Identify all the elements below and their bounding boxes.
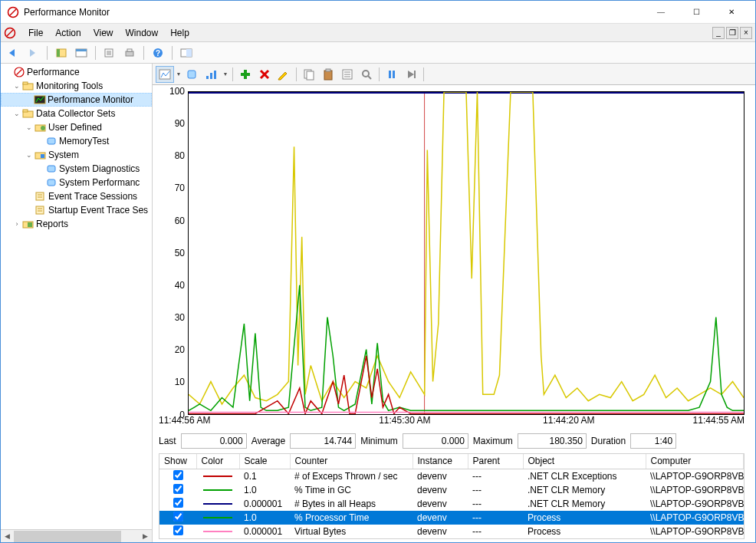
show-checkbox[interactable] [173, 512, 183, 522]
reports-icon [22, 218, 35, 230]
th-computer[interactable]: Computer [646, 454, 744, 469]
svg-text:?: ? [156, 49, 160, 58]
collapse-icon[interactable]: ⌄ [24, 123, 35, 131]
freeze-button[interactable] [383, 66, 401, 83]
tree-monitoring-tools[interactable]: ⌄ Monitoring Tools [1, 79, 152, 93]
tree-horizontal-scrollbar[interactable]: ◀ ▶ [1, 529, 152, 542]
svg-line-1 [10, 9, 16, 15]
stat-duration-label: Duration [591, 436, 626, 446]
scroll-left-icon[interactable]: ◀ [1, 530, 14, 543]
forward-button[interactable] [24, 44, 42, 61]
cell-instance: devenv [413, 497, 468, 511]
view-log-button[interactable] [183, 66, 202, 83]
y-tick-label: 90 [175, 118, 185, 129]
tree-label: Data Collector Sets [36, 108, 115, 119]
tree-memory-test[interactable]: MemoryTest [1, 134, 152, 148]
cell-computer: \\LAPTOP-G9ORP8VB [646, 469, 744, 484]
properties-chart-button[interactable] [338, 66, 357, 83]
navigation-tree-pane: Performance ⌄ Monitoring Tools Performan… [1, 64, 153, 542]
svg-rect-39 [28, 222, 32, 227]
properties-button[interactable] [72, 44, 90, 61]
print-button[interactable] [120, 44, 139, 61]
table-row[interactable]: 0.1# of Exceps Thrown / secdevenv---.NET… [159, 469, 744, 484]
menu-help[interactable]: Help [164, 26, 196, 40]
highlight-button[interactable] [274, 66, 293, 83]
menu-window[interactable]: Window [120, 26, 165, 40]
tree-reports[interactable]: › Reports [1, 217, 152, 231]
y-tick-label: 60 [175, 216, 185, 226]
menu-view[interactable]: View [87, 26, 120, 40]
show-checkbox[interactable] [173, 484, 183, 494]
update-button[interactable] [402, 66, 420, 83]
scroll-right-icon[interactable]: ▶ [139, 530, 152, 543]
svg-rect-32 [36, 193, 44, 200]
tree-event-trace-sessions[interactable]: Event Trace Sessions [1, 189, 152, 203]
th-scale[interactable]: Scale [239, 454, 290, 469]
table-row[interactable]: 1.0% Time in GCdevenv---.NET CLR Memory\… [159, 483, 744, 497]
tree-user-defined[interactable]: ⌄ User Defined [1, 120, 152, 134]
show-checkbox[interactable] [173, 525, 183, 535]
mdi-close-button[interactable]: × [740, 27, 752, 39]
cell-computer: \\LAPTOP-G9ORP8VB [646, 511, 744, 525]
delete-counter-button[interactable] [255, 66, 274, 83]
stat-last-value: 0.000 [181, 433, 247, 449]
svg-rect-21 [23, 82, 28, 84]
tree-system-performance[interactable]: System Performanc [1, 176, 152, 189]
table-row[interactable]: 0.000001# Bytes in all Heapsdevenv---.NE… [159, 497, 744, 511]
mdi-minimize-button[interactable]: _ [712, 27, 725, 39]
export-button[interactable] [100, 44, 119, 61]
view-current-button[interactable] [156, 66, 174, 83]
monitor-icon [34, 94, 46, 106]
svg-rect-61 [414, 71, 416, 78]
change-graph-type-button[interactable] [202, 66, 221, 83]
show-checkbox[interactable] [173, 470, 183, 480]
expand-icon[interactable]: › [12, 220, 22, 228]
scrollbar-thumb[interactable] [14, 531, 121, 542]
tree-data-collector-sets[interactable]: ⌄ Data Collector Sets [1, 107, 152, 120]
copy-button[interactable] [300, 66, 318, 83]
collapse-icon[interactable]: ⌄ [24, 151, 35, 159]
back-button[interactable] [4, 44, 22, 61]
maximize-button[interactable]: ☐ [679, 1, 714, 24]
y-tick-label: 20 [175, 344, 185, 355]
dropdown-icon[interactable]: ▼ [175, 66, 182, 83]
paste-button[interactable] [319, 66, 337, 83]
svg-rect-43 [210, 73, 212, 79]
zoom-button[interactable] [357, 66, 376, 83]
tree-system[interactable]: ⌄ System [1, 148, 152, 162]
performance-chart[interactable] [188, 91, 744, 415]
th-show[interactable]: Show [159, 454, 196, 469]
table-row[interactable]: 0.000001Virtual Bytesdevenv---Process\\L… [159, 525, 744, 538]
table-row[interactable]: 1.0% Processor Timedevenv---Process\\LAP… [159, 511, 744, 525]
view-split-button[interactable] [177, 44, 196, 61]
collapse-icon[interactable]: ⌄ [12, 82, 22, 90]
th-parent[interactable]: Parent [468, 454, 523, 469]
y-tick-label: 80 [175, 150, 185, 161]
menu-action[interactable]: Action [49, 26, 87, 40]
minimize-button[interactable]: — [643, 1, 679, 24]
th-color[interactable]: Color [196, 454, 239, 469]
help-button[interactable]: ? [149, 44, 167, 61]
dropdown-icon[interactable]: ▼ [222, 66, 229, 83]
svg-rect-13 [127, 49, 132, 51]
svg-rect-60 [393, 71, 395, 78]
menu-file[interactable]: File [22, 26, 49, 40]
cell-object: .NET CLR Memory [523, 483, 646, 497]
tree-label: Startup Event Trace Ses [48, 205, 148, 216]
show-checkbox[interactable] [173, 498, 183, 508]
show-hide-tree-button[interactable] [52, 44, 71, 61]
tree-system-diagnostics[interactable]: System Diagnostics [1, 162, 152, 176]
collapse-icon[interactable]: ⌄ [12, 110, 22, 117]
th-counter[interactable]: Counter [290, 454, 413, 469]
svg-rect-17 [186, 49, 192, 57]
add-counter-button[interactable] [236, 66, 255, 83]
tree-performance-monitor[interactable]: Performance Monitor [1, 93, 152, 107]
th-object[interactable]: Object [523, 454, 646, 469]
y-tick-label: 50 [175, 248, 185, 258]
close-button[interactable]: ✕ [714, 1, 749, 24]
tree-startup-event-trace[interactable]: Startup Event Trace Ses [1, 203, 152, 217]
th-instance[interactable]: Instance [413, 454, 468, 469]
mdi-restore-button[interactable]: ❐ [726, 27, 738, 39]
tree-root-performance[interactable]: Performance [1, 65, 152, 79]
tree-label: Reports [36, 219, 68, 229]
